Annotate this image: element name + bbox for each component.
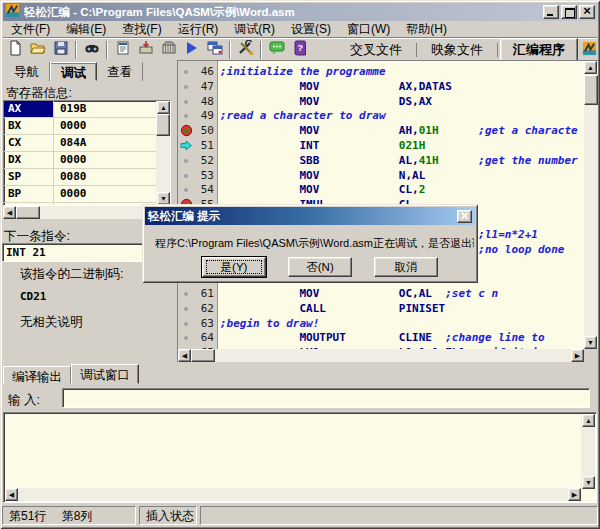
scroll-down-icon[interactable]: ▼ — [584, 336, 597, 349]
scroll-thumb[interactable] — [191, 349, 215, 362]
register-list[interactable]: AX019BBX0000CX084ADX0000SP0080BP0000SI00… — [3, 100, 171, 206]
scroll-right-icon[interactable]: ▶ — [568, 488, 581, 501]
title-bar: 轻松汇编 - C:\Program Files\QASM\示例\Word.asm — [3, 3, 597, 21]
scroll-thumb[interactable] — [16, 206, 40, 219]
dialog-close-button[interactable] — [457, 210, 472, 223]
line-marker-icon[interactable] — [180, 302, 193, 315]
line-marker-icon[interactable] — [180, 287, 193, 300]
register-name: DX — [4, 152, 54, 168]
build-button[interactable] — [157, 39, 180, 60]
source-list-button[interactable] — [111, 39, 134, 60]
dialog-button-1[interactable]: 是(Y) — [202, 257, 266, 277]
doc-tab-3[interactable]: 汇编程序 — [500, 38, 578, 62]
find-button[interactable] — [80, 39, 103, 60]
scroll-down-icon[interactable]: ▼ — [582, 476, 595, 489]
register-row-CX[interactable]: CX084A — [4, 135, 170, 152]
register-value: 0000 — [54, 186, 170, 202]
menu-item-2[interactable]: 编辑(E) — [58, 20, 114, 39]
register-row-BX[interactable]: BX0000 — [4, 118, 170, 135]
line-marker-icon[interactable] — [180, 154, 193, 167]
line-marker-icon[interactable] — [180, 169, 193, 182]
scroll-thumb[interactable] — [584, 75, 598, 105]
line-marker-icon[interactable] — [180, 331, 193, 344]
menu-item-5[interactable]: 调试(R) — [226, 20, 283, 39]
app-icon — [5, 3, 20, 21]
left-tab-3[interactable]: 查看 — [97, 62, 143, 81]
line-number: 49 — [193, 109, 214, 122]
line-number: 62 — [193, 302, 214, 315]
bottom-tab-1[interactable]: 编译输出 — [3, 366, 71, 384]
tools-button[interactable] — [234, 39, 257, 60]
menu-item-4[interactable]: 运行(R) — [170, 20, 227, 39]
scroll-up-icon[interactable]: ▲ — [582, 414, 595, 427]
code-text: CALL PINISET — [220, 302, 445, 315]
save-file-button[interactable] — [49, 39, 72, 60]
bottom-tab-2[interactable]: 调试窗口 — [71, 364, 139, 384]
doc-tab-2[interactable]: 映象文件 — [419, 39, 495, 61]
scroll-right-icon[interactable]: ▶ — [571, 349, 584, 362]
help-button[interactable]: ? — [288, 39, 311, 60]
debug-input-field[interactable] — [62, 388, 590, 408]
code-text: MOV N,AL — [220, 169, 425, 182]
scroll-left-icon[interactable]: ◀ — [178, 349, 191, 362]
left-panel-tabs: 导航调试查看 — [4, 62, 143, 81]
maximize-button[interactable] — [561, 5, 577, 19]
open-file-button[interactable] — [26, 39, 49, 60]
menu-item-7[interactable]: 窗口(W) — [339, 20, 398, 39]
breakpoint-icon[interactable] — [180, 124, 193, 137]
new-file-button[interactable] — [3, 39, 26, 60]
register-row-BP[interactable]: BP0000 — [4, 186, 170, 203]
find-icon — [84, 40, 100, 59]
dialog-button-2[interactable]: 否(N) — [288, 257, 352, 277]
line-marker-icon[interactable] — [180, 109, 193, 122]
run-button[interactable] — [180, 39, 203, 60]
tab-separator — [416, 43, 417, 57]
line-marker-icon[interactable] — [180, 80, 193, 93]
register-name: BP — [4, 186, 54, 202]
debug-output-area[interactable]: ▲ ▼ ◀ ▶ — [3, 412, 597, 503]
code-text: INT 021H — [220, 139, 425, 152]
next-instruction-field[interactable]: INT 21 — [2, 243, 158, 262]
code-text: MOV DS,AX — [220, 95, 432, 108]
open-file-icon — [30, 40, 46, 59]
register-name: BX — [4, 118, 54, 134]
build-icon — [161, 40, 177, 59]
line-number: 52 — [193, 154, 214, 167]
code-text: MOV AH,01H ;get a characte — [220, 124, 578, 137]
code-text: MOUTPUT CLINE ;change line to — [220, 331, 545, 344]
scroll-left-icon[interactable]: ◀ — [3, 206, 16, 219]
line-marker-icon[interactable] — [180, 317, 193, 330]
bottom-panel-tabs: 编译输出调试窗口 — [3, 364, 139, 384]
doc-tab-1[interactable]: 交叉文件 — [338, 39, 414, 61]
current-line-arrow-icon[interactable] — [180, 139, 193, 152]
statusbar-line-col: 第51行 第8列 — [2, 506, 136, 525]
register-row-DX[interactable]: DX0000 — [4, 152, 170, 169]
scroll-left-icon[interactable]: ◀ — [5, 488, 18, 501]
line-marker-icon[interactable] — [180, 183, 193, 196]
line-marker-icon[interactable] — [180, 95, 193, 108]
minimize-button[interactable] — [543, 5, 559, 19]
scroll-up-icon[interactable]: ▲ — [157, 101, 170, 114]
line-marker-icon[interactable] — [180, 65, 193, 78]
close-button[interactable] — [579, 5, 595, 19]
scroll-up-icon[interactable]: ▲ — [584, 61, 597, 74]
register-row-SP[interactable]: SP0080 — [4, 169, 170, 186]
left-tab-1[interactable]: 导航 — [4, 62, 50, 81]
scroll-thumb[interactable] — [156, 114, 170, 136]
window-title: 轻松汇编 - C:\Program Files\QASM\示例\Word.asm — [24, 5, 541, 20]
menu-item-1[interactable]: 文件(F) — [3, 20, 58, 39]
messages-button[interactable] — [265, 39, 288, 60]
menu-item-6[interactable]: 设置(S) — [283, 20, 339, 39]
register-value: 019B — [54, 101, 170, 117]
line-number: 48 — [193, 95, 214, 108]
menu-item-8[interactable]: 帮助(H) — [398, 20, 455, 39]
menu-item-3[interactable]: 查找(F) — [114, 20, 169, 39]
input-label: 输 入: — [8, 392, 40, 409]
left-tab-2[interactable]: 调试 — [50, 62, 97, 81]
register-row-AX[interactable]: AX019B — [4, 101, 170, 118]
debug-windows-button[interactable] — [203, 39, 226, 60]
debug-windows-icon — [207, 40, 223, 59]
dialog-button-3[interactable]: 取消 — [374, 257, 438, 277]
register-value: 0000 — [54, 152, 170, 168]
assemble-button[interactable] — [134, 39, 157, 60]
